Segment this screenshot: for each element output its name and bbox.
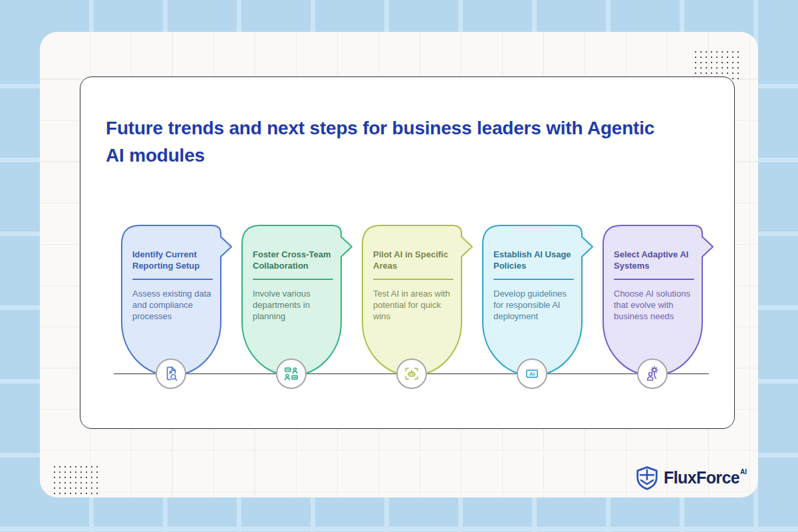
team-chat-icon [283,365,300,382]
ai-chip-icon: AI [523,365,541,382]
step-separator [373,279,454,280]
step-card-ai-policies: Establish AI Usage Policies Develop guid… [482,225,594,391]
step-card-adaptive-systems: Select Adaptive AI Systems Choose AI sol… [602,225,714,391]
step-description: Test AI in areas with potential for quic… [373,288,454,322]
brand-suffix: AI [740,469,747,475]
step-icon-circle [156,358,186,389]
step-icon-circle [276,358,307,389]
step-separator [132,279,213,280]
infographic-card: Future trends and next steps for busines… [80,76,735,429]
background: Future trends and next steps for busines… [0,0,798,532]
step-description: Assess existing data and compliance proc… [132,288,213,322]
step-title: Pilot AI in Specific Areas [373,249,454,271]
step-description: Choose AI solutions that evolve with bus… [614,288,694,322]
step-separator [614,279,694,280]
step-separator [253,279,333,280]
step-icon-circle: AI [517,358,547,389]
robot-scan-icon [403,365,420,382]
step-title: Establish AI Usage Policies [493,249,574,271]
step-description: Involve various departments in planning [253,288,333,322]
brand-logo: FluxForce AI [636,466,747,490]
step-card-pilot-ai: Pilot AI in Specific Areas Test AI in ar… [362,225,473,391]
step-description: Develop guidelines for responsible AI de… [493,288,574,322]
page-title: Future trends and next steps for busines… [106,114,670,169]
step-card-identify-reporting: Identify Current Reporting Setup Assess … [121,225,233,391]
step-separator [493,279,574,280]
person-gear-icon [644,365,661,382]
step-icon-circle [637,358,668,389]
step-title: Identify Current Reporting Setup [132,249,213,271]
document-search-icon [162,365,180,382]
brand-name: FluxForce [664,466,739,489]
step-title: Select Adaptive AI Systems [614,249,694,271]
svg-text:AI: AI [529,371,535,377]
dot-grid-bottom-left [52,464,100,496]
step-title: Foster Cross-Team Collaboration [253,249,333,271]
step-icon-circle [396,358,427,389]
step-card-collaboration: Foster Cross-Team Collaboration Involve … [241,225,353,391]
shield-icon [636,466,658,490]
dot-grid-top-right [693,49,739,80]
